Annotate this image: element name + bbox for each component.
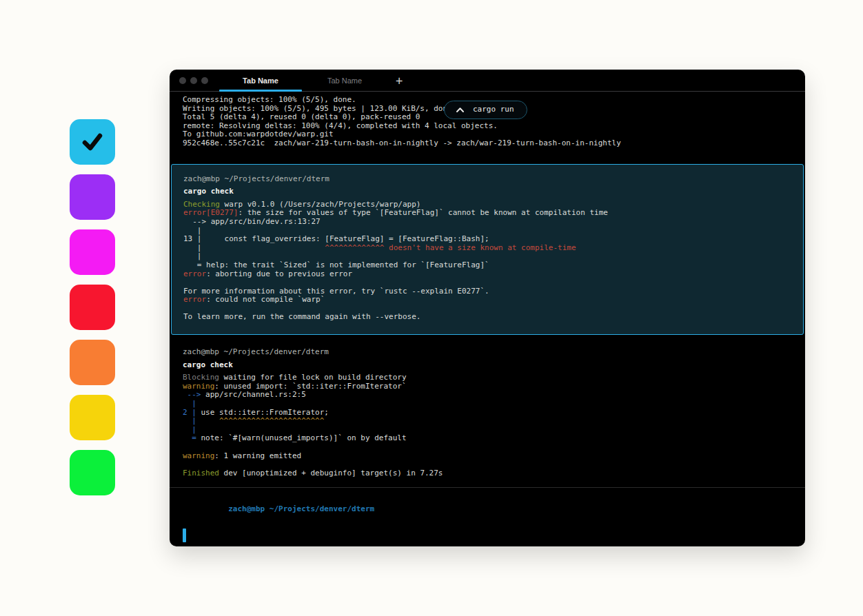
pill-label: cargo run [473, 105, 514, 114]
prompt-text: zach@mbp ~/Projects/denver/dterm [228, 504, 374, 513]
terminal-line: error: could not compile `warp` [183, 296, 791, 305]
terminal-line: Finished dev [unoptimized + debuginfo] t… [183, 469, 792, 478]
window-control-maximize[interactable] [201, 77, 208, 84]
terminal-line: zach@mbp ~/Projects/denver/dterm [183, 175, 791, 184]
window-controls [179, 70, 208, 92]
chevron-up-icon [456, 107, 465, 113]
swatch-orange[interactable] [70, 340, 115, 385]
swatch-purple[interactable] [70, 174, 115, 220]
command-suggestion-pill[interactable]: cargo run [444, 101, 527, 119]
color-swatch-list [70, 119, 115, 505]
terminal-line: | ^^^^^^^^^^^^^^^^^^^^^^^ [183, 417, 792, 426]
active-tab-underline [219, 90, 302, 92]
terminal-line: warning: 1 warning emitted [183, 452, 792, 461]
command-block-error-selected[interactable]: zach@mbp ~/Projects/denver/dtermcargo ch… [171, 164, 804, 336]
swatch-red[interactable] [70, 285, 115, 330]
command-block-warning[interactable]: zach@mbp ~/Projects/denver/dtermcargo ch… [171, 337, 804, 487]
terminal-line: --> app/src/bin/dev.rs:13:27 [183, 218, 791, 227]
terminal-line: cargo check [183, 187, 791, 196]
terminal-line: 952c468e..55c7c21c zach/war-219-turn-bas… [183, 139, 805, 148]
terminal-line: cargo check [183, 361, 792, 370]
page: Tab Name Tab Name + cargo run Compressin… [0, 0, 863, 616]
terminal-content: Compressing objects: 100% (5/5), done.Wr… [170, 92, 805, 546]
input-block[interactable]: zach@mbp ~/Projects/denver/dterm [170, 488, 805, 542]
terminal-line: error: aborting due to previous error [183, 270, 791, 279]
title-bar: Tab Name Tab Name + [170, 70, 805, 92]
terminal-line: = note: `#[warn(unused_imports)]` on by … [183, 434, 792, 443]
new-tab-button[interactable]: + [389, 70, 409, 92]
swatch-green[interactable] [70, 450, 115, 495]
terminal-window: Tab Name Tab Name + cargo run Compressin… [170, 70, 805, 546]
text-cursor [183, 528, 186, 542]
check-icon [79, 129, 105, 155]
tab-label: Tab Name [327, 76, 362, 85]
swatch-magenta[interactable] [70, 229, 115, 275]
tab-inactive[interactable]: Tab Name [303, 70, 386, 92]
swatch-yellow[interactable] [70, 395, 115, 440]
terminal-line: zach@mbp ~/Projects/denver/dterm [183, 348, 792, 357]
terminal-line: To learn more, run the command again wit… [183, 313, 791, 322]
tab-label: Tab Name [243, 76, 278, 85]
window-control-close[interactable] [179, 77, 186, 84]
tab-active[interactable]: Tab Name [219, 70, 302, 92]
window-control-minimize[interactable] [190, 77, 197, 84]
swatch-cyan[interactable] [70, 119, 115, 165]
terminal-line: | ^^^^^^^^^^^^^ doesn't have a size know… [183, 244, 791, 253]
terminal-line: --> app/src/channel.rs:2:5 [183, 391, 792, 400]
